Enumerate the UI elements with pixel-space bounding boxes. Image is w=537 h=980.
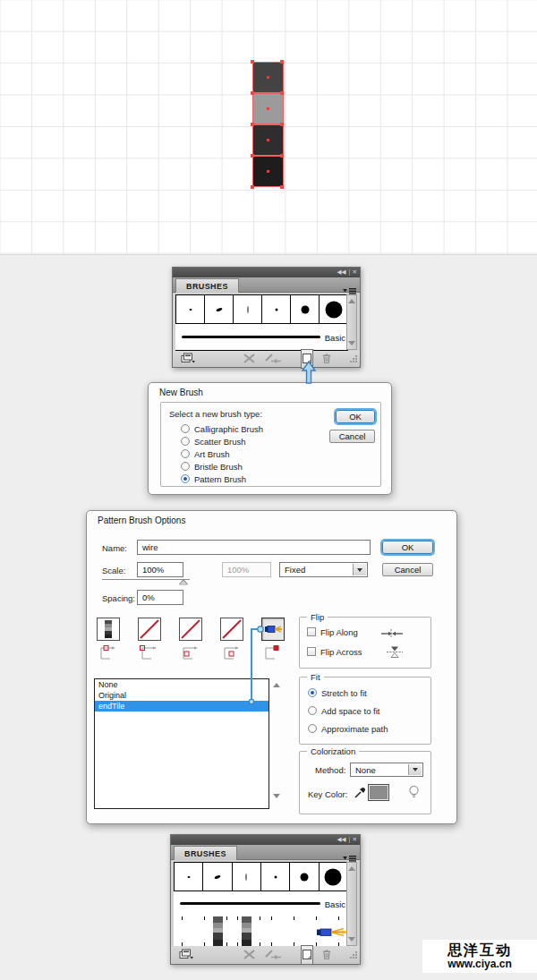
- ok-button[interactable]: OK: [382, 541, 433, 554]
- inner-corner-tile-button[interactable]: [179, 618, 202, 641]
- pattern-square-2[interactable]: [252, 93, 284, 124]
- collapse-icon[interactable]: ◀◀: [337, 837, 346, 843]
- anchor-handle[interactable]: [251, 154, 254, 158]
- tips-bulb-icon[interactable]: [408, 785, 420, 803]
- brush-item-circle-medium[interactable]: [291, 294, 320, 324]
- radio-calligraphic[interactable]: [181, 424, 190, 433]
- scroll-down-icon[interactable]: [348, 341, 355, 345]
- pattern-source-list[interactable]: None Original endTile: [94, 678, 269, 809]
- brush-item-wire-pattern[interactable]: [174, 916, 348, 947]
- cancel-button[interactable]: Cancel: [382, 563, 433, 576]
- remove-brush-stroke-icon[interactable]: [243, 947, 255, 963]
- radio-add-space-to-fit[interactable]: [308, 706, 317, 715]
- list-item[interactable]: Original: [95, 690, 268, 701]
- side-tile-button[interactable]: [97, 618, 120, 641]
- pattern-square-4[interactable]: [252, 156, 284, 187]
- scroll-up-icon[interactable]: [348, 866, 355, 871]
- tab-brushes[interactable]: BRUSHES: [175, 278, 239, 293]
- anchor-handle[interactable]: [280, 154, 284, 158]
- brush-item-oval[interactable]: [205, 294, 234, 324]
- name-input[interactable]: wire: [137, 540, 371, 555]
- anchor-handle[interactable]: [251, 60, 254, 64]
- list-item-selected[interactable]: endTile: [95, 701, 268, 712]
- new-brush-icon[interactable]: [301, 945, 313, 965]
- scroll-up-icon[interactable]: [348, 299, 355, 303]
- radio-art[interactable]: [181, 449, 190, 458]
- radio-pattern[interactable]: [181, 474, 190, 483]
- fit-option-label[interactable]: Stretch to fit: [321, 688, 367, 698]
- close-icon[interactable]: ✕: [353, 269, 357, 276]
- brush-libraries-menu-icon[interactable]: [179, 947, 193, 963]
- eyedropper-icon[interactable]: [354, 785, 366, 803]
- outer-corner-tile-button[interactable]: [138, 618, 161, 641]
- radio-stretch-to-fit[interactable]: [308, 688, 317, 697]
- spacing-input[interactable]: 0%: [137, 590, 183, 605]
- radio-label[interactable]: Bristle Brush: [194, 462, 243, 472]
- cancel-button[interactable]: Cancel: [329, 430, 375, 443]
- anchor-handle[interactable]: [251, 185, 254, 189]
- tab-brushes[interactable]: BRUSHES: [174, 846, 237, 860]
- start-tile-button[interactable]: [220, 618, 243, 641]
- fit-option-label[interactable]: Approximate path: [321, 724, 388, 734]
- delete-brush-icon[interactable]: [321, 351, 332, 367]
- flip-across-checkbox[interactable]: [307, 647, 316, 656]
- brush-item-circle-large[interactable]: [320, 862, 348, 891]
- radio-label[interactable]: Scatter Brush: [194, 437, 246, 447]
- radio-label[interactable]: Calligraphic Brush: [194, 424, 263, 434]
- close-icon[interactable]: ✕: [353, 837, 357, 843]
- delete-brush-icon[interactable]: [321, 947, 332, 963]
- brush-item-point[interactable]: [261, 862, 290, 891]
- list-scroll-up-icon[interactable]: [273, 683, 280, 687]
- scale-input[interactable]: 100%: [137, 562, 183, 577]
- brush-item-oval[interactable]: [203, 862, 232, 891]
- pattern-square-3[interactable]: [252, 124, 284, 156]
- brush-item-line[interactable]: [234, 294, 262, 324]
- brush-item-basic[interactable]: Basic: [174, 891, 348, 917]
- pattern-square-1[interactable]: [252, 62, 284, 93]
- brush-item-basic[interactable]: Basic: [175, 324, 348, 351]
- panel-scrollbar[interactable]: [346, 862, 357, 946]
- chevron-down-icon[interactable]: [353, 564, 366, 575]
- collapse-icon[interactable]: ◀◀: [337, 269, 346, 276]
- options-of-selected-object-icon[interactable]: [264, 947, 282, 963]
- panel-scrollbar[interactable]: [346, 294, 357, 350]
- fit-option-label[interactable]: Add space to fit: [321, 706, 379, 716]
- resize-grip-icon[interactable]: [350, 351, 358, 367]
- list-scroll-down-icon[interactable]: [273, 794, 280, 798]
- brush-item-dot[interactable]: [174, 862, 203, 891]
- anchor-handle[interactable]: [280, 91, 284, 95]
- chevron-down-icon[interactable]: [408, 764, 422, 775]
- resize-grip-icon[interactable]: [350, 947, 358, 963]
- brush-item-circle-medium[interactable]: [290, 862, 319, 891]
- radio-bristle[interactable]: [181, 462, 190, 471]
- scale-mode-dropdown[interactable]: Fixed: [279, 562, 368, 577]
- anchor-handle[interactable]: [280, 185, 284, 189]
- scale-slider[interactable]: [102, 579, 190, 580]
- list-item[interactable]: None: [95, 679, 268, 690]
- flip-along-label[interactable]: Flip Along: [320, 627, 358, 637]
- brush-item-line[interactable]: [233, 862, 261, 891]
- anchor-handle[interactable]: [280, 123, 284, 126]
- brush-item-circle-large[interactable]: [320, 294, 348, 324]
- key-color-swatch[interactable]: [368, 784, 389, 801]
- start-tile-path-icon: [221, 643, 243, 663]
- anchor-handle[interactable]: [280, 60, 284, 64]
- radio-scatter[interactable]: [181, 437, 190, 446]
- radio-label[interactable]: Pattern Brush: [194, 474, 246, 484]
- radio-label[interactable]: Art Brush: [194, 449, 230, 459]
- ok-button[interactable]: OK: [336, 410, 375, 423]
- method-dropdown[interactable]: None: [350, 763, 423, 777]
- remove-brush-stroke-icon[interactable]: [243, 351, 255, 367]
- end-tile-button[interactable]: [261, 618, 285, 641]
- brush-libraries-menu-icon[interactable]: [181, 351, 195, 367]
- scroll-down-icon[interactable]: [348, 937, 355, 942]
- brush-item-point[interactable]: [262, 294, 291, 324]
- radio-approximate-path[interactable]: [308, 724, 317, 733]
- brush-item-dot[interactable]: [175, 294, 205, 324]
- scale-slider-thumb[interactable]: [179, 580, 188, 585]
- anchor-handle[interactable]: [251, 91, 254, 95]
- flip-along-checkbox[interactable]: [307, 627, 316, 636]
- flip-across-label[interactable]: Flip Across: [320, 647, 362, 657]
- options-of-selected-object-icon[interactable]: [264, 351, 282, 367]
- anchor-handle[interactable]: [251, 123, 254, 126]
